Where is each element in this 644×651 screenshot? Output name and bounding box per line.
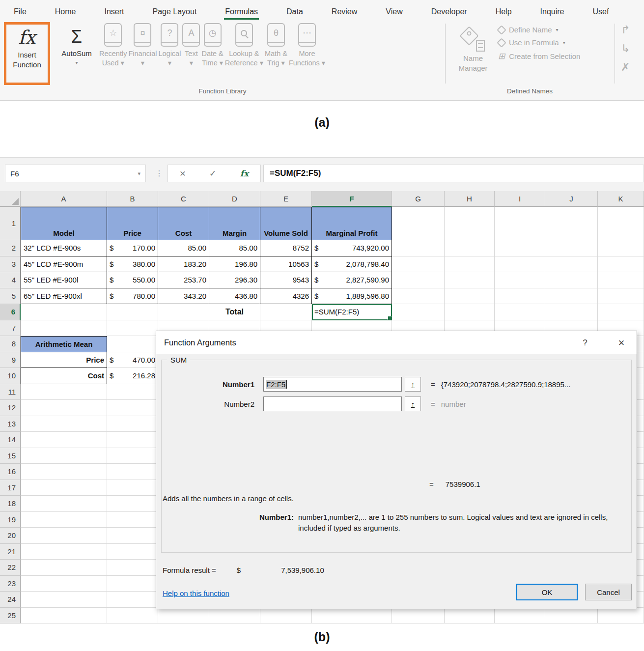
cell-K6[interactable] [598, 304, 644, 320]
dialog-help-button[interactable]: ? [578, 338, 592, 348]
cell-K25[interactable] [598, 608, 644, 624]
cell-A5[interactable]: 65" LED #E-900xl [21, 288, 107, 305]
cell-C25[interactable] [158, 608, 209, 624]
cell-H4[interactable] [445, 272, 495, 288]
cell-B25[interactable] [107, 608, 158, 624]
cell-A11[interactable] [21, 384, 107, 400]
enter-icon[interactable]: ✓ [209, 168, 217, 179]
cell-B6[interactable] [107, 304, 158, 320]
cell-B9[interactable]: $470.00 [107, 352, 158, 368]
cell-H25[interactable] [445, 608, 495, 624]
row-header-5[interactable]: 5 [0, 288, 21, 305]
cell-F5[interactable]: $1,889,596.80 [312, 288, 392, 305]
cell-H6[interactable] [445, 304, 495, 320]
cell-B2[interactable]: $170.00 [107, 240, 158, 256]
column-header-E[interactable]: E [260, 191, 312, 207]
insert-function-icon[interactable]: fx [240, 169, 249, 178]
cell-H2[interactable] [445, 240, 495, 256]
cell-E3[interactable]: 10563 [260, 256, 312, 273]
cell-B4[interactable]: $550.00 [107, 272, 158, 288]
cell-A17[interactable] [21, 480, 107, 496]
cell-A12[interactable] [21, 400, 107, 416]
row-header-1[interactable]: 1 [0, 207, 21, 240]
cell-C2[interactable]: 85.00 [158, 240, 209, 256]
ok-button[interactable]: OK [516, 584, 578, 600]
cell-J25[interactable] [545, 608, 598, 624]
cell-B21[interactable] [107, 544, 158, 560]
cell-C5[interactable]: 343.20 [158, 288, 209, 305]
cell-D4[interactable]: 296.30 [209, 272, 260, 288]
name-manager-button[interactable]: Name Manager [450, 22, 496, 85]
cell-B5[interactable]: $780.00 [107, 288, 158, 305]
cell-G5[interactable] [392, 288, 445, 305]
cell-A15[interactable] [21, 448, 107, 464]
column-header-D[interactable]: D [209, 191, 260, 207]
column-header-B[interactable]: B [107, 191, 158, 207]
chevron-down-icon[interactable]: ▾ [138, 170, 140, 177]
cell-G4[interactable] [392, 272, 445, 288]
row-header-18[interactable]: 18 [0, 496, 21, 512]
column-header-I[interactable]: I [495, 191, 545, 207]
cell-K1[interactable] [598, 207, 644, 240]
define-name-button[interactable]: Define Name▾ [498, 26, 580, 34]
row-header-3[interactable]: 3 [0, 256, 21, 273]
column-header-H[interactable]: H [445, 191, 495, 207]
tab-usef[interactable]: Usef [591, 4, 610, 20]
cell-B19[interactable] [107, 512, 158, 528]
row-header-21[interactable]: 21 [0, 544, 21, 560]
dialog-title-bar[interactable]: Function Arguments ? × [156, 331, 637, 354]
cell-B8[interactable] [107, 336, 158, 352]
cell-G25[interactable] [392, 608, 445, 624]
cell-B12[interactable] [107, 400, 158, 416]
cell-A2[interactable]: 32" LCD #E-900s [21, 240, 107, 256]
cell-D2[interactable]: 85.00 [209, 240, 260, 256]
tab-help[interactable]: Help [495, 4, 513, 20]
cell-B23[interactable] [107, 576, 158, 592]
math-trig-button[interactable]: θMath &Trig ▾ [265, 22, 287, 68]
cell-E6[interactable] [260, 304, 312, 320]
cell-B3[interactable]: $380.00 [107, 256, 158, 273]
cell-B7[interactable] [107, 320, 158, 337]
cell-K2[interactable] [598, 240, 644, 256]
cell-I2[interactable] [495, 240, 545, 256]
cell-B1[interactable]: Price [107, 207, 158, 240]
cell-H3[interactable] [445, 256, 495, 273]
cell-B18[interactable] [107, 496, 158, 512]
cell-I25[interactable] [495, 608, 545, 624]
cell-B13[interactable] [107, 416, 158, 432]
remove-arrows-icon[interactable]: ✗ [621, 62, 630, 73]
cell-J4[interactable] [545, 272, 598, 288]
select-all-corner[interactable] [0, 191, 21, 207]
column-header-C[interactable]: C [158, 191, 209, 207]
row-header-15[interactable]: 15 [0, 448, 21, 464]
cell-K3[interactable] [598, 256, 644, 273]
cell-A18[interactable] [21, 496, 107, 512]
cell-A23[interactable] [21, 576, 107, 592]
cell-G6[interactable] [392, 304, 445, 320]
row-header-8[interactable]: 8 [0, 336, 21, 352]
row-header-6[interactable]: 6 [0, 304, 21, 320]
date-time-button[interactable]: ◷Date &Time ▾ [201, 22, 223, 68]
cell-E1[interactable]: Volume Sold [260, 207, 312, 240]
cell-B24[interactable] [107, 592, 158, 608]
row-header-12[interactable]: 12 [0, 400, 21, 416]
use-in-formula-button[interactable]: Use in Formula▾ [498, 38, 580, 47]
cell-F25[interactable] [312, 608, 392, 624]
cell-A9[interactable]: Price [21, 352, 107, 368]
cell-F3[interactable]: $2,078,798.40 [312, 256, 392, 273]
cell-A14[interactable] [21, 432, 107, 448]
cell-G2[interactable] [392, 240, 445, 256]
row-header-17[interactable]: 17 [0, 480, 21, 496]
lookup-reference-button[interactable]: Lookup &Reference ▾ [225, 22, 263, 68]
tab-review[interactable]: Review [331, 4, 358, 20]
cell-I4[interactable] [495, 272, 545, 288]
cell-B16[interactable] [107, 464, 158, 480]
trace-dependents-icon[interactable]: ↳ [621, 43, 630, 54]
cell-D3[interactable]: 196.80 [209, 256, 260, 273]
help-on-function-link[interactable]: Help on this function [163, 589, 229, 597]
cell-F4[interactable]: $2,827,590.90 [312, 272, 392, 288]
cell-K5[interactable] [598, 288, 644, 305]
cell-I3[interactable] [495, 256, 545, 273]
cell-I6[interactable] [495, 304, 545, 320]
tab-file[interactable]: File [13, 4, 28, 20]
